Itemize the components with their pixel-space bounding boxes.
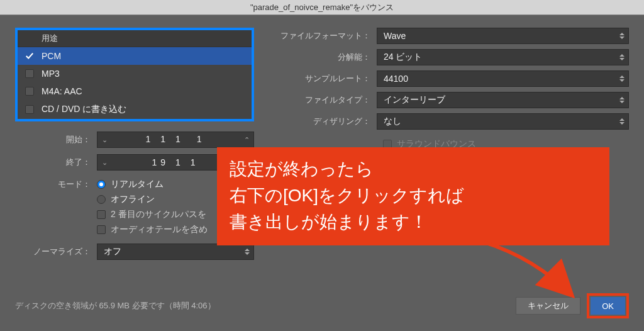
filetype-select[interactable]: インターリーブ [377, 92, 629, 108]
radio-label: リアルタイム [111, 179, 164, 190]
purpose-item-label: PCM [42, 51, 61, 61]
checkbox-label: オーディオテールを含め [111, 224, 208, 235]
select-value: オフ [104, 246, 121, 257]
select-arrows-icon [245, 249, 250, 255]
start-value: 1 1 1 1 [111, 134, 240, 145]
callout-line: 書き出しが始まります！ [230, 209, 597, 235]
start-label: 開始： [15, 134, 97, 145]
disk-info: ディスクの空き領域が 65.9 MB 必要です（時間 4:06） [15, 300, 509, 311]
purpose-header: 用途 [18, 30, 252, 47]
purpose-item-m4a[interactable]: M4A: AAC [18, 82, 252, 100]
resolution-select[interactable]: 24 ビット [377, 49, 629, 65]
select-arrows-icon [619, 76, 625, 82]
ok-highlight-box: OK [587, 293, 629, 318]
purpose-item-pcm[interactable]: PCM [18, 47, 252, 65]
filetype-label: ファイルタイプ： [279, 94, 377, 106]
dither-select[interactable]: なし [377, 113, 629, 130]
radio-icon [97, 195, 106, 204]
resolution-label: 分解能： [279, 52, 377, 63]
mode-label: モード： [15, 177, 97, 190]
select-arrows-icon [619, 118, 625, 125]
select-arrows-icon [619, 54, 625, 60]
normalize-label: ノーマライズ： [15, 246, 97, 257]
chevron-up-icon[interactable]: ⌃ [240, 136, 253, 144]
select-value: 44100 [384, 74, 408, 84]
purpose-item-mp3[interactable]: MP3 [18, 65, 252, 82]
callout-line: 設定が終わったら [230, 156, 597, 182]
chevron-down-icon[interactable]: ⌄ [97, 136, 111, 144]
checkbox-icon [23, 69, 36, 79]
checkbox-label: 2 番目のサイクルパスを [111, 209, 206, 220]
purpose-list: 用途 PCM MP3 M4A: AAC CD / DVD に書き込む [15, 28, 254, 121]
checkbox-icon [97, 225, 106, 234]
chevron-down-icon[interactable]: ⌄ [97, 159, 111, 167]
radio-icon [97, 180, 106, 189]
checkbox-icon [23, 86, 36, 96]
select-value: Wave [384, 31, 406, 41]
select-value: 24 ビット [384, 52, 422, 63]
checkbox-icon [23, 104, 36, 115]
select-arrows-icon [619, 97, 625, 103]
format-select[interactable]: Wave [377, 28, 629, 44]
window-title: "parade_of_noivce_remake"をバウンス [0, 0, 644, 15]
purpose-item-cddvd[interactable]: CD / DVD に書き込む [18, 100, 252, 119]
callout-line: 右下の[OK]をクリックすれば [230, 182, 597, 209]
normalize-select[interactable]: オフ [97, 244, 254, 260]
instruction-callout: 設定が終わったら 右下の[OK]をクリックすれば 書き出しが始まります！ [217, 147, 609, 245]
checkmark-icon [23, 51, 36, 61]
samplerate-label: サンプルレート： [279, 73, 377, 84]
end-label: 終了： [15, 157, 97, 168]
cancel-button[interactable]: キャンセル [516, 297, 580, 315]
select-arrows-icon [619, 33, 625, 39]
start-stepper[interactable]: ⌄ 1 1 1 1 ⌃ [97, 132, 254, 148]
select-value: なし [384, 116, 401, 127]
select-value: インターリーブ [384, 94, 445, 106]
purpose-item-label: CD / DVD に書き込む [42, 104, 126, 115]
radio-label: オフライン [111, 194, 155, 205]
ok-button[interactable]: OK [591, 297, 625, 315]
dither-label: ディザリング： [279, 116, 377, 127]
dialog-footer: ディスクの空き領域が 65.9 MB 必要です（時間 4:06） キャンセル O… [0, 284, 644, 331]
purpose-item-label: MP3 [42, 69, 60, 79]
checkbox-icon [97, 210, 106, 219]
samplerate-select[interactable]: 44100 [377, 70, 629, 87]
purpose-item-label: M4A: AAC [42, 86, 82, 96]
format-label: ファイルフォーマット： [279, 30, 377, 42]
